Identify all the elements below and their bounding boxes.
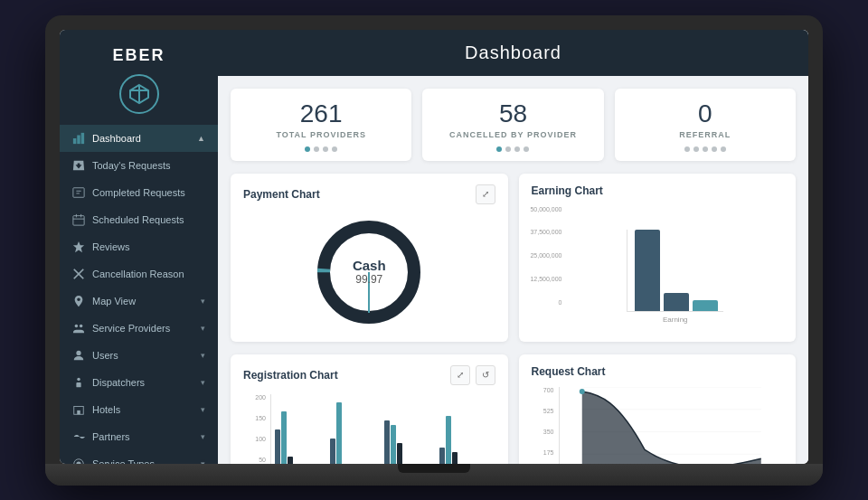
- y-label: 25,000,000: [530, 252, 561, 259]
- stat-card-providers: 261 TOTAL PROVIDERS: [231, 89, 411, 161]
- sidebar-label-servicetypes: Service Types: [92, 458, 155, 464]
- sidebar-label-dashboard: Dashboard: [92, 133, 141, 144]
- main-content: Dashboard 261 TOTAL PROVIDERS: [218, 30, 808, 464]
- stat-dots-cancelled: [437, 146, 589, 152]
- reg-bar: [391, 425, 396, 464]
- chevron-icon: ▾: [201, 432, 205, 441]
- charts-row-2: Registration Chart ⤢ ↺ 200 150 100: [231, 354, 796, 464]
- request-area-chart: [559, 387, 784, 464]
- sidebar-item-reviews[interactable]: Reviews: [60, 233, 218, 260]
- req-chart-area: 700 525 350 175 0: [532, 387, 784, 464]
- chevron-icon: ▾: [201, 378, 205, 387]
- sidebar-label-dispatchers: Dispatchers: [92, 377, 145, 388]
- y-label: 700: [543, 387, 554, 393]
- sidebar-item-providers[interactable]: Service Providers ▾: [60, 315, 218, 342]
- req-chart-title: Request Chart: [532, 365, 606, 378]
- laptop-base: [45, 464, 823, 486]
- y-label: 175: [543, 449, 554, 456]
- y-axis: 50,000,000 37,500,000 25,000,000 12,500,…: [532, 206, 566, 306]
- laptop-frame: EBER Dashboard ▲: [45, 15, 823, 486]
- sidebar-item-dispatchers[interactable]: Dispatchers ▾: [60, 369, 218, 396]
- reg-bar: [384, 420, 390, 464]
- svg-rect-2: [77, 135, 80, 144]
- payment-chart-card: Payment Chart ⤢: [231, 174, 508, 342]
- bar-earning-1: [635, 230, 660, 311]
- donut-cash-value: 99.97: [353, 273, 386, 286]
- sidebar-item-partners[interactable]: Partners ▾: [60, 423, 218, 450]
- donut-container: Cash 99.97: [243, 213, 495, 331]
- y-label: 37,500,000: [530, 229, 561, 235]
- dot: [703, 146, 708, 152]
- dot: [314, 146, 319, 152]
- sidebar-item-users[interactable]: Users ▾: [60, 342, 218, 369]
- svg-point-16: [76, 350, 80, 354]
- reg-bar: [336, 402, 342, 464]
- reg-bar: [446, 416, 451, 464]
- sidebar-item-hotels[interactable]: Hotels ▾: [60, 396, 218, 423]
- sidebar-item-mapview[interactable]: Map View ▾: [60, 288, 218, 315]
- payment-chart-header: Payment Chart ⤢: [243, 184, 495, 204]
- sidebar-label-users: Users: [92, 350, 118, 361]
- laptop-notch: [398, 464, 470, 473]
- earning-chart-card: Earning Chart 50,000,000 37,500,000 25,0…: [519, 174, 797, 342]
- y-label: 100: [255, 436, 266, 442]
- dot: [712, 146, 717, 152]
- payment-expand-button[interactable]: ⤢: [476, 184, 495, 204]
- svg-rect-4: [73, 187, 84, 197]
- y-label: 12,500,000: [530, 276, 561, 282]
- reg-bar: [330, 439, 335, 464]
- svg-point-17: [77, 377, 80, 381]
- laptop-screen: EBER Dashboard ▲: [60, 30, 808, 464]
- reg-bar: [281, 411, 287, 464]
- sidebar-label-cancellation: Cancellation Reason: [92, 269, 184, 279]
- bar-area: [627, 230, 723, 312]
- svg-point-33: [579, 388, 584, 393]
- sidebar-item-completed[interactable]: Completed Requests: [60, 179, 218, 206]
- stat-number-providers: 261: [245, 101, 397, 127]
- reg-bar: [439, 448, 445, 464]
- y-label: 200: [255, 394, 266, 401]
- stats-row: 261 TOTAL PROVIDERS 58 CANCELLED BY PROV…: [231, 89, 796, 161]
- sidebar-item-servicetypes[interactable]: Service Types ▾: [60, 450, 218, 464]
- stat-label-cancelled: CANCELLED BY PROVIDER: [437, 130, 589, 139]
- bar-earning-2: [664, 293, 689, 311]
- sidebar-label-hotels: Hotels: [92, 404, 120, 415]
- payment-chart-actions: ⤢: [476, 184, 495, 204]
- sidebar-item-todays-requests[interactable]: Today's Requests: [60, 152, 218, 179]
- reg-refresh-button[interactable]: ↺: [476, 365, 495, 385]
- brand-name: EBER: [60, 30, 218, 74]
- svg-rect-7: [73, 215, 84, 225]
- sidebar-label-completed: Completed Requests: [92, 187, 185, 198]
- dot: [693, 146, 699, 152]
- reg-chart-actions: ⤢ ↺: [450, 365, 495, 385]
- sidebar-item-dashboard[interactable]: Dashboard ▲: [60, 125, 218, 152]
- reg-bar: [275, 429, 280, 464]
- stat-dots-referral: [629, 146, 781, 152]
- stat-number-referral: 0: [629, 101, 781, 127]
- svg-marker-11: [73, 241, 84, 251]
- y-label: 0: [559, 299, 562, 306]
- sidebar-item-scheduled[interactable]: Scheduled Requests: [60, 206, 218, 233]
- stat-card-cancelled: 58 CANCELLED BY PROVIDER: [422, 89, 603, 161]
- sidebar-label-scheduled: Scheduled Requests: [92, 214, 184, 225]
- reg-expand-button[interactable]: ⤢: [450, 365, 470, 385]
- chevron-icon: ▾: [201, 459, 205, 464]
- y-label: 150: [255, 415, 266, 421]
- reg-bar: [397, 443, 402, 464]
- dashboard-body: 261 TOTAL PROVIDERS 58 CANCELLED BY PROV…: [218, 76, 808, 464]
- sidebar-item-cancellation[interactable]: Cancellation Reason: [60, 260, 218, 288]
- earning-chart-title: Earning Chart: [532, 184, 603, 197]
- dot: [323, 146, 328, 152]
- req-chart-header: Request Chart: [532, 365, 784, 378]
- dot: [524, 146, 529, 152]
- svg-point-20: [76, 461, 80, 464]
- y-label: 350: [543, 429, 554, 435]
- bar-group: [384, 420, 437, 464]
- reg-bars: [270, 394, 495, 464]
- reg-bar: [452, 452, 458, 464]
- stat-card-referral: 0 REFERRAL: [615, 89, 796, 161]
- stat-label-referral: REFERRAL: [629, 130, 781, 139]
- charts-row-1: Payment Chart ⤢: [231, 174, 796, 342]
- svg-rect-18: [76, 382, 80, 387]
- reg-chart-header: Registration Chart ⤢ ↺: [243, 365, 495, 385]
